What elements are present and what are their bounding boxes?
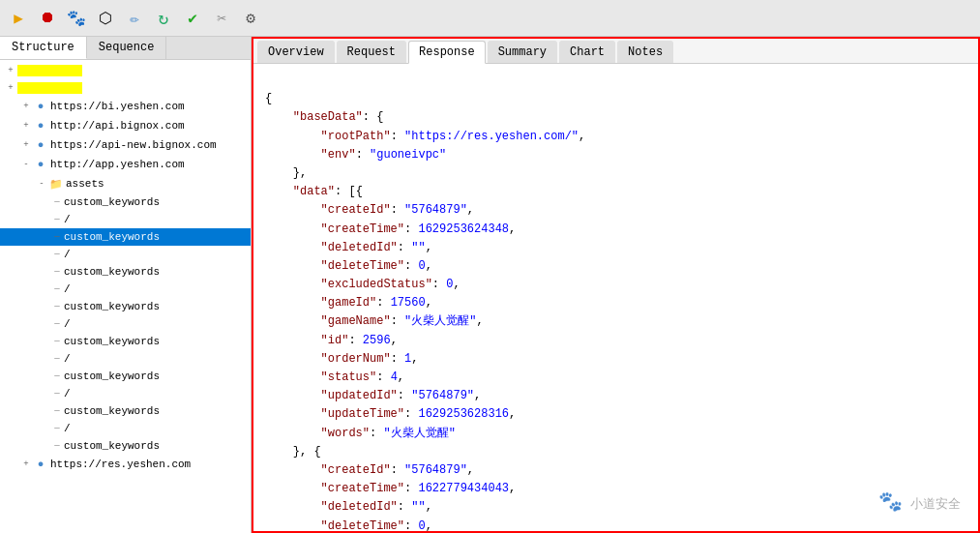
url-label-1: https://bi.yeshen.com [50,101,185,112]
slash-label-5: / [64,353,71,365]
pen-icon[interactable]: ✏ [124,8,145,29]
tab-structure[interactable]: Structure [0,37,87,59]
tree-url-2[interactable]: + ● http://api.bignox.com [0,116,251,135]
tree-url-5[interactable]: + ● https://res.yeshen.com [0,455,251,474]
expand-icon-1: + [4,64,17,77]
expand-icon-7: - [35,177,48,191]
dash-icon-10: — [50,370,64,383]
dash-icon-2: — [50,213,64,226]
slash-label-2: / [64,249,71,260]
record-icon[interactable]: ⏺ [37,8,58,29]
tree-section: + + + ● https://bi.yeshen.com + ● http:/… [0,60,251,476]
refresh-icon[interactable]: ↻ [153,8,174,29]
right-panel: Overview Request Response Summary Chart … [252,37,980,533]
dash-icon-3: — [50,248,64,261]
expand-icon-3: + [19,100,33,113]
watermark: 🐾 小道安全 [878,489,961,514]
slash-label-6: / [64,388,71,400]
folder-label-assets: assets [66,178,104,190]
dash-icon-11: — [50,387,64,400]
circle-icon-5: ● [33,457,48,472]
tree-item-slash-4[interactable]: — / [0,315,251,333]
tree-item-slash-1[interactable]: — / [0,211,251,228]
url-label-3: https://api-new.bignox.com [50,139,217,151]
dash-icon-14: — [50,439,64,453]
expand-icon-4: + [19,119,33,133]
tab-overview[interactable]: Overview [257,41,335,63]
tree-expand-row-2[interactable]: + [0,79,251,97]
ck-label-1: custom_keywords [64,196,160,208]
slash-label-4: / [64,318,71,330]
wrench-icon[interactable]: ✂ [211,8,232,29]
toolbar: ▶ ⏺ 🐾 ⬡ ✏ ↻ ✔ ✂ ⚙ [0,0,980,37]
dash-icon-5: — [50,282,64,296]
dash-icon-8: — [50,335,64,348]
dash-icon-sel: — [50,230,64,244]
ck-label-2: custom_keywords [64,266,160,278]
tab-request[interactable]: Request [337,41,406,63]
left-tabs: Structure Sequence [0,37,251,60]
tree-url-4[interactable]: - ● http://app.yeshen.com [0,155,251,174]
dash-icon-6: — [50,300,64,313]
tree-item-ck-2[interactable]: — custom_keywords [0,263,251,281]
ck-label-4: custom_keywords [64,336,160,347]
slash-label-7: / [64,423,71,434]
tree-item-slash-7[interactable]: — / [0,420,251,437]
circle-icon-1: ● [33,99,48,114]
tab-sequence[interactable]: Sequence [87,37,167,59]
tree-item-slash-2[interactable]: — / [0,246,251,263]
tree-item-ck-3[interactable]: — custom_keywords [0,298,251,315]
ck-label-5: custom_keywords [64,370,160,382]
url-label-2: http://api.bignox.com [50,120,185,132]
expand-icon-2: + [4,81,17,95]
ck-label-7: custom_keywords [64,440,160,452]
circle-icon-2: ● [33,118,48,133]
tree-expand-row-1[interactable]: + [0,62,251,79]
selected-label: custom_keywords [64,231,160,243]
hexagon-icon[interactable]: ⬡ [95,8,116,29]
gear-icon[interactable]: ⚙ [240,8,261,29]
folder-icon-assets: 📁 [48,176,64,192]
tab-notes[interactable]: Notes [617,41,673,63]
tree-item-slash-6[interactable]: — / [0,385,251,402]
ck-label-6: custom_keywords [64,405,160,417]
camera-icon[interactable]: 🐾 [66,8,87,29]
left-panel: Structure Sequence + + + ● https://bi.ye… [0,37,252,533]
slash-label-1: / [64,214,71,225]
expand-icon-6: - [19,158,33,171]
tab-response[interactable]: Response [408,41,486,64]
tree-item-ck-5[interactable]: — custom_keywords [0,368,251,385]
tree-item-slash-5[interactable]: — / [0,350,251,368]
ck-label-3: custom_keywords [64,301,160,312]
tab-chart[interactable]: Chart [559,41,615,63]
dash-icon-4: — [50,265,64,279]
tree-item-slash-3[interactable]: — / [0,281,251,298]
expand-icon-8: + [19,458,33,471]
circle-icon-3: ● [33,137,48,153]
tree-folder-assets[interactable]: - 📁 assets [0,174,251,193]
dash-icon-1: — [50,195,64,209]
dash-icon-13: — [50,422,64,435]
dash-icon-12: — [50,404,64,418]
tree-item-selected[interactable]: — custom_keywords [0,228,251,246]
dash-icon-9: — [50,352,64,366]
url-label-4: http://app.yeshen.com [50,159,185,170]
tree-item-ck-7[interactable]: — custom_keywords [0,437,251,455]
tree-item-ck-1[interactable]: — custom_keywords [0,193,251,211]
tree-url-1[interactable]: + ● https://bi.yeshen.com [0,97,251,116]
tab-summary[interactable]: Summary [488,41,557,63]
arrow-icon[interactable]: ▶ [8,8,29,29]
circle-icon-4: ● [33,157,48,172]
slash-label-3: / [64,283,71,295]
tree-item-ck-6[interactable]: — custom_keywords [0,402,251,420]
check-icon[interactable]: ✔ [182,8,203,29]
dash-icon-7: — [50,317,64,331]
tree-url-3[interactable]: + ● https://api-new.bignox.com [0,135,251,155]
expand-icon-5: + [19,138,33,152]
tree-item-ck-4[interactable]: — custom_keywords [0,333,251,350]
json-content: { "baseData": { "rootPath": "https://res… [253,64,978,531]
right-tabs: Overview Request Response Summary Chart … [253,39,978,64]
url-label-5: https://res.yeshen.com [50,459,191,470]
main-layout: Structure Sequence + + + ● https://bi.ye… [0,37,980,533]
